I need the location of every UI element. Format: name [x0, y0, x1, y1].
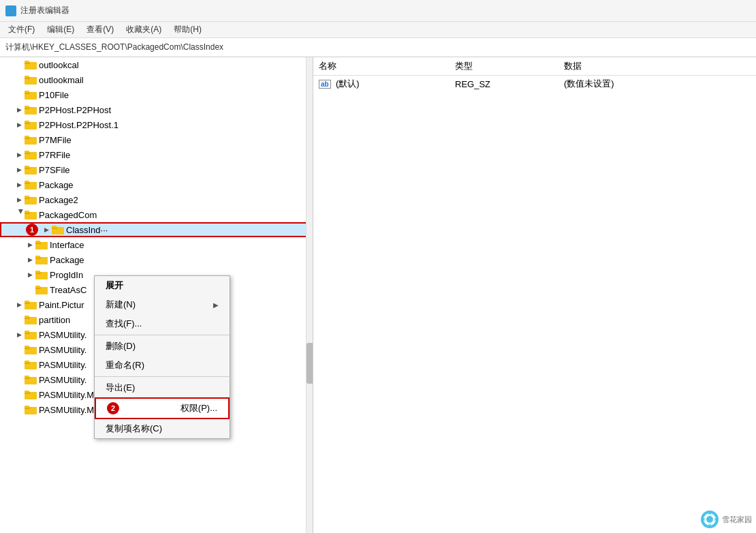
value-data: (数值未设置)	[558, 76, 756, 93]
folder-icon	[25, 195, 37, 204]
watermark-icon	[700, 510, 719, 529]
tree-label: partition	[39, 315, 70, 325]
menu-edit[interactable]: 编辑(E)	[42, 22, 80, 37]
folder-icon	[35, 285, 48, 294]
tree-arrow-icon: ▶	[25, 239, 35, 250]
menu-bar: 文件(F) 编辑(E) 查看(V) 收藏夹(A) 帮助(H)	[0, 22, 756, 38]
ctx-divider-2	[95, 376, 230, 377]
context-menu: 展开 新建(N) ▶ 查找(F)... 删除(D) 重命名(R) 导出(E) 2	[94, 275, 230, 439]
svg-rect-17	[25, 136, 29, 138]
tree-pane: outlookcal outlookmail P10File ▶ P2PHost…	[0, 57, 313, 533]
tree-item-p7mfile[interactable]: P7MFile	[0, 132, 313, 147]
values-table: 名称 类型 数据 ab (默认) REG_SZ (数值未设置)	[313, 57, 756, 92]
svg-rect-5	[25, 76, 29, 78]
tree-label: PASMUtility.	[39, 375, 86, 385]
tree-item-p2phost[interactable]: ▶ P2PHost.P2PHost	[0, 102, 313, 117]
svg-rect-26	[25, 181, 29, 183]
tree-item-package3[interactable]: ▶ Package	[0, 252, 313, 267]
menu-help[interactable]: 帮助(H)	[168, 22, 207, 37]
title-bar: 注册表编辑器	[0, 0, 756, 22]
folder-icon	[25, 210, 37, 219]
tree-label: PASMUtility.	[39, 345, 86, 355]
ab-box: ab	[319, 80, 331, 89]
tree-item-p10file[interactable]: P10File	[0, 87, 313, 102]
folder-icon	[25, 90, 37, 100]
svg-rect-62	[25, 361, 29, 363]
ctx-permissions[interactable]: 2 权限(P)...	[95, 397, 230, 419]
tree-label: outlookcal	[39, 60, 79, 70]
table-row[interactable]: ab (默认) REG_SZ (数值未设置)	[313, 76, 756, 93]
svg-rect-38	[35, 241, 40, 243]
ctx-rename[interactable]: 重命名(R)	[95, 356, 230, 375]
col-type: 类型	[450, 57, 558, 76]
ctx-divider-1	[95, 335, 230, 335]
ab-icon: ab	[319, 80, 331, 89]
tree-item-p7sfile[interactable]: ▶ P7SFile	[0, 162, 313, 177]
menu-favorites[interactable]: 收藏夹(A)	[121, 22, 167, 37]
menu-view[interactable]: 查看(V)	[81, 22, 119, 37]
col-data: 数据	[558, 57, 756, 76]
tree-label: PASMUtility.	[39, 330, 86, 340]
tree-arrow-icon: ▶	[41, 224, 52, 235]
tree-label: PASMUtility.	[39, 360, 86, 370]
tree-item-p2phost1[interactable]: ▶ P2PHost.P2PHost.1	[0, 117, 313, 132]
ctx-export[interactable]: 导出(E)	[95, 378, 230, 397]
address-bar: 计算机\HKEY_CLASSES_ROOT\PackagedCom\ClassI…	[0, 38, 756, 57]
folder-icon	[35, 255, 48, 264]
svg-rect-11	[25, 106, 29, 108]
app-icon	[5, 5, 16, 16]
value-name: ab (默认)	[313, 76, 450, 93]
tree-arrow-icon: ▶	[14, 209, 25, 220]
tree-arrow-icon: ▶	[25, 269, 35, 280]
folder-icon	[25, 120, 37, 130]
tree-label: TreatAsC	[50, 285, 86, 295]
watermark: 雪花家园	[700, 510, 752, 529]
tree-item-classindex[interactable]: 1 ▶ ClassInd···	[0, 222, 313, 237]
tree-item-outlookcal[interactable]: outlookcal	[0, 57, 313, 72]
folder-icon	[25, 300, 37, 309]
ctx-copy[interactable]: 复制项名称(C)	[95, 419, 230, 438]
folder-icon	[52, 225, 64, 234]
tree-item-package[interactable]: ▶ Package	[0, 177, 313, 192]
ctx-new[interactable]: 新建(N) ▶	[95, 295, 230, 314]
menu-file[interactable]: 文件(F)	[3, 22, 40, 37]
tree-arrow-icon: ▶	[14, 299, 25, 310]
tree-label: PackagedCom	[39, 210, 97, 220]
tree-item-package2[interactable]: ▶ Package2	[0, 192, 313, 207]
col-name: 名称	[313, 57, 450, 76]
folder-icon	[25, 105, 37, 115]
svg-rect-14	[25, 121, 29, 123]
svg-rect-65	[25, 376, 29, 378]
tree-label: P7RFile	[39, 150, 70, 160]
ctx-delete[interactable]: 删除(D)	[95, 337, 230, 356]
ctx-expand[interactable]: 展开	[95, 276, 230, 295]
svg-rect-47	[35, 286, 40, 288]
svg-rect-20	[25, 151, 29, 153]
tree-arrow-icon: ▶	[14, 149, 25, 160]
folder-icon	[25, 60, 37, 70]
scrollbar[interactable]	[306, 57, 313, 533]
folder-icon	[25, 315, 37, 324]
svg-rect-44	[35, 271, 40, 273]
watermark-text: 雪花家园	[722, 515, 752, 525]
folder-icon	[25, 405, 37, 414]
tree-arrow-icon: ▶	[14, 329, 25, 340]
tree-label: outlookmail	[39, 75, 84, 85]
folder-icon	[25, 135, 37, 144]
svg-rect-56	[25, 331, 29, 333]
tree-arrow-icon: ▶	[14, 104, 25, 115]
tree-label: Package	[39, 180, 74, 190]
tree-item-outlookmail[interactable]: outlookmail	[0, 72, 313, 87]
svg-rect-2	[25, 61, 29, 63]
tree-label: ProgIdIn	[50, 270, 83, 280]
svg-rect-8	[25, 91, 29, 93]
tree-label: P10File	[39, 90, 69, 100]
tree-label: Package2	[39, 195, 78, 205]
tree-item-interface[interactable]: ▶ Interface	[0, 237, 313, 252]
svg-point-74	[706, 516, 713, 523]
tree-item-packagedcom[interactable]: ▶ PackagedCom	[0, 207, 313, 222]
tree-item-p7rfile[interactable]: ▶ P7RFile	[0, 147, 313, 162]
ctx-find[interactable]: 查找(F)...	[95, 314, 230, 333]
svg-rect-23	[25, 166, 29, 168]
svg-rect-59	[25, 346, 29, 348]
